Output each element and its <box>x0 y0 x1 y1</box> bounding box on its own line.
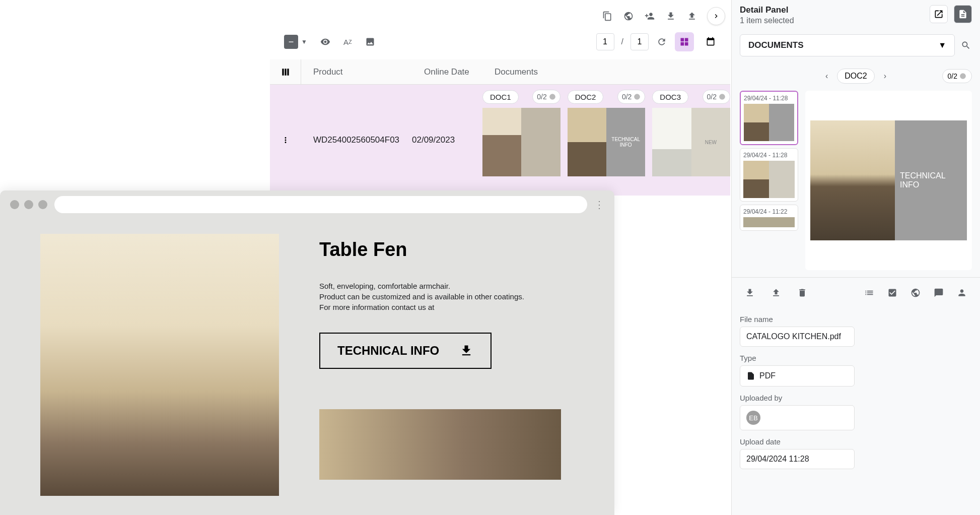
image-icon[interactable] <box>364 36 376 48</box>
cell-documents: DOC1 0/2 DOC2 0/2 TECHNICAL INFO DOC3 0/… <box>482 85 730 196</box>
detail-panel: Detail Panel 1 item selected DOCUMENTS ▼… <box>731 0 980 515</box>
sort-az-icon[interactable]: AZ <box>343 36 352 48</box>
copy-icon[interactable] <box>601 10 613 22</box>
browser-page-content: Table Fen Soft, enveloping, comfortable … <box>0 219 614 511</box>
detail-preview[interactable]: TECHNICAL INFO <box>805 91 972 270</box>
select-all-checkbox[interactable]: − <box>284 35 298 49</box>
doc-card-2[interactable]: DOC2 0/2 TECHNICAL INFO <box>568 90 646 176</box>
row-menu-icon[interactable] <box>270 85 301 196</box>
doc-thumbnail: NEW <box>652 108 730 176</box>
person-add-icon[interactable] <box>644 10 656 22</box>
documents-dropdown[interactable]: DOCUMENTS ▼ <box>740 34 955 56</box>
product-info-column: Table Fen Soft, enveloping, comfortable … <box>319 234 574 496</box>
header-product[interactable]: Product <box>301 67 412 77</box>
upload-icon[interactable] <box>770 287 782 299</box>
nav-next-icon[interactable]: › <box>884 72 886 81</box>
detail-panel-header: Detail Panel 1 item selected <box>732 0 980 29</box>
doc-badge: DOC1 <box>482 90 519 104</box>
url-bar[interactable] <box>54 196 587 213</box>
visibility-icon[interactable] <box>319 36 331 48</box>
checkbox-icon[interactable] <box>886 287 898 299</box>
download-icon[interactable] <box>744 287 756 299</box>
doc-badge: DOC2 <box>568 90 604 104</box>
page-total-input <box>631 33 649 50</box>
detail-panel-subtitle: 1 item selected <box>740 16 794 25</box>
select-dropdown-caret[interactable]: ▼ <box>301 38 307 45</box>
svg-point-3 <box>960 73 966 79</box>
comment-icon[interactable] <box>933 287 945 299</box>
product-hero-image <box>40 234 279 496</box>
page-current-input[interactable] <box>596 33 614 50</box>
avatar: EB <box>746 411 760 425</box>
thumb-item-2[interactable]: 29/04/24 - 11:28 <box>740 148 798 202</box>
detail-content: 29/04/24 - 11:28 29/04/24 - 11:28 29/04/… <box>732 91 980 270</box>
thumb-item-1[interactable]: 29/04/24 - 11:28 <box>740 91 798 145</box>
browser-preview-window: ⋮ Table Fen Soft, enveloping, comfortabl… <box>0 190 614 515</box>
field-uploaded-by: Uploaded by EB <box>740 394 855 430</box>
detail-fields: File name CATALOGO KITCHEN.pdf Type PDF … <box>732 308 980 476</box>
open-external-icon[interactable] <box>930 5 948 23</box>
doc-badge: DOC3 <box>652 90 688 104</box>
browser-chrome-bar: ⋮ <box>0 190 614 219</box>
detail-panel-title: Detail Panel <box>740 5 794 15</box>
delete-icon[interactable] <box>796 287 808 299</box>
cell-date: 02/09/2023 <box>412 135 482 145</box>
nav-counter: 0/2 <box>942 69 972 83</box>
table-header-row: Product Online Date Documents <box>270 59 730 85</box>
window-min-dot[interactable] <box>24 200 33 209</box>
field-upload-date: Upload date 29/04/2024 11:28 <box>740 437 855 469</box>
product-secondary-image <box>319 409 561 480</box>
document-icon[interactable] <box>954 5 972 23</box>
cell-product: WD254002560504F03 <box>301 135 412 145</box>
refresh-icon[interactable] <box>656 36 668 48</box>
thumb-item-3[interactable]: 29/04/24 - 11:22 <box>740 205 798 231</box>
doc-status: 0/2 <box>532 90 560 104</box>
technical-info-button[interactable]: TECHNICAL INFO <box>319 333 492 369</box>
nav-current-doc: DOC2 <box>837 69 874 84</box>
doc-card-3[interactable]: DOC3 0/2 NEW <box>652 90 730 176</box>
toolbar-left-group: − ▼ AZ <box>284 35 376 49</box>
upload-icon[interactable] <box>686 10 698 22</box>
globe-icon[interactable] <box>622 10 635 22</box>
doc-status: 0/2 <box>703 90 730 104</box>
person-icon[interactable] <box>956 287 968 299</box>
doc-card-1[interactable]: DOC1 0/2 <box>482 90 561 176</box>
globe-icon[interactable] <box>909 287 922 299</box>
product-title: Table Fen <box>319 239 574 261</box>
svg-point-2 <box>719 94 725 100</box>
doc-thumbnail <box>482 108 561 176</box>
field-type: Type PDF <box>740 354 855 387</box>
column-toggle-button[interactable] <box>270 59 301 85</box>
expand-panel-icon[interactable] <box>707 7 725 25</box>
grid-toolbar: − ▼ AZ / <box>284 32 730 51</box>
detail-nav: ‹ DOC2 › 0/2 <box>732 61 980 91</box>
browser-menu-icon[interactable]: ⋮ <box>594 199 604 211</box>
page-separator: / <box>621 37 623 46</box>
doc-status: 0/2 <box>617 90 645 104</box>
doc-thumbnail: TECHNICAL INFO <box>568 108 646 176</box>
field-filename: File name CATALOGO KITCHEN.pdf <box>740 315 855 347</box>
download-icon[interactable] <box>665 10 677 22</box>
window-max-dot[interactable] <box>38 200 47 209</box>
calendar-view-button[interactable] <box>701 32 720 51</box>
nav-prev-icon[interactable]: ‹ <box>825 72 828 81</box>
chevron-down-icon: ▼ <box>938 41 946 50</box>
list-icon[interactable] <box>863 287 875 299</box>
window-controls <box>10 200 47 209</box>
header-online-date[interactable]: Online Date <box>412 67 482 77</box>
svg-point-1 <box>635 94 641 100</box>
product-description: Soft, enveloping, comfortable armchair. … <box>319 281 574 312</box>
top-action-bar <box>601 7 730 25</box>
detail-actions-bar <box>732 277 980 308</box>
detail-thumbnails-list: 29/04/24 - 11:28 29/04/24 - 11:28 29/04/… <box>740 91 798 270</box>
toolbar-right-group: / <box>596 32 730 51</box>
table-row[interactable]: WD254002560504F03 02/09/2023 DOC1 0/2 DO… <box>270 85 730 196</box>
grid-view-button[interactable] <box>675 32 694 51</box>
svg-point-0 <box>549 94 555 100</box>
header-documents[interactable]: Documents <box>482 67 730 77</box>
window-close-dot[interactable] <box>10 200 19 209</box>
search-icon[interactable] <box>960 39 972 51</box>
